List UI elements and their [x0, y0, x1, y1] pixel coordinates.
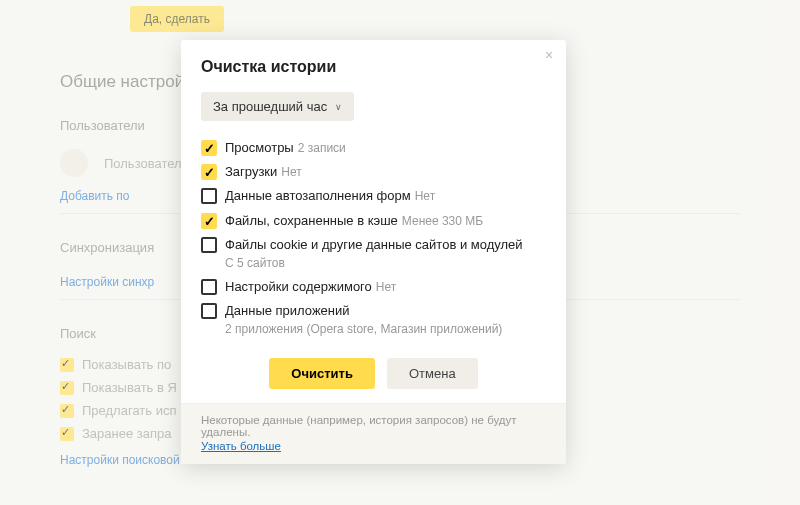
option-cache[interactable]: Файлы, сохраненные в кэшеМенее 330 МБ	[201, 212, 546, 230]
checkbox-icon[interactable]	[201, 140, 217, 156]
options-list: Просмотры2 записи ЗагрузкиНет Данные авт…	[201, 139, 546, 338]
cancel-button[interactable]: Отмена	[387, 358, 478, 389]
checkbox-icon[interactable]	[201, 188, 217, 204]
option-views[interactable]: Просмотры2 записи	[201, 139, 546, 157]
checkbox-icon[interactable]	[201, 164, 217, 180]
close-icon[interactable]: ×	[540, 46, 558, 64]
option-autofill[interactable]: Данные автозаполнения формНет	[201, 187, 546, 205]
chevron-down-icon: ∨	[335, 102, 342, 112]
dialog-title: Очистка истории	[201, 58, 546, 76]
checkbox-icon[interactable]	[201, 279, 217, 295]
dialog-actions: Очистить Отмена	[201, 358, 546, 389]
time-range-dropdown[interactable]: За прошедший час ∨	[201, 92, 354, 121]
checkbox-icon[interactable]	[201, 303, 217, 319]
option-content-settings[interactable]: Настройки содержимогоНет	[201, 278, 546, 296]
dialog-footer: Некоторые данные (например, история запр…	[181, 403, 566, 464]
option-downloads[interactable]: ЗагрузкиНет	[201, 163, 546, 181]
dropdown-value: За прошедший час	[213, 99, 327, 114]
option-app-data[interactable]: Данные приложений2 приложения (Opera sto…	[201, 302, 546, 338]
learn-more-link[interactable]: Узнать больше	[201, 440, 281, 452]
option-cookies[interactable]: Файлы cookie и другие данные сайтов и мо…	[201, 236, 546, 272]
clear-history-dialog: × Очистка истории За прошедший час ∨ Про…	[181, 40, 566, 464]
clear-button[interactable]: Очистить	[269, 358, 375, 389]
checkbox-icon[interactable]	[201, 213, 217, 229]
footer-text: Некоторые данные (например, история запр…	[201, 414, 517, 438]
checkbox-icon[interactable]	[201, 237, 217, 253]
